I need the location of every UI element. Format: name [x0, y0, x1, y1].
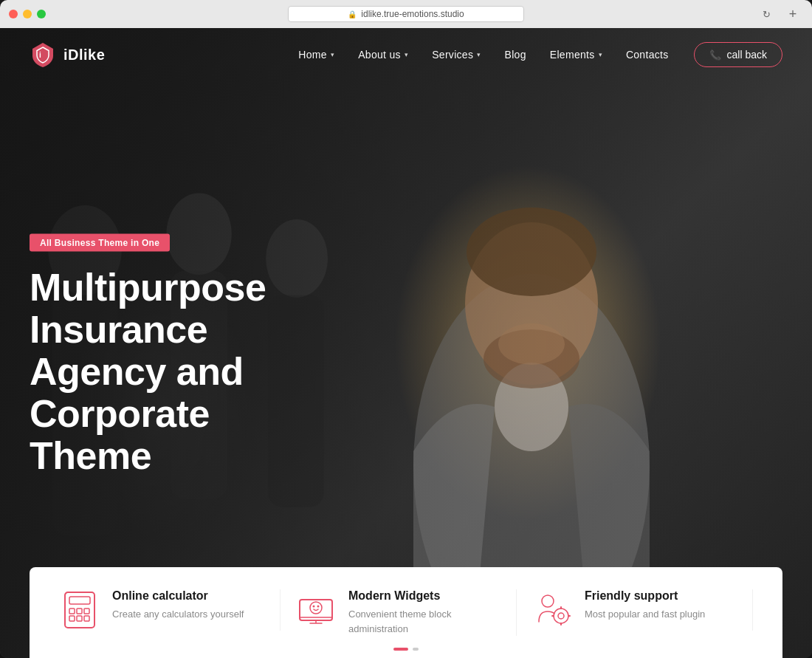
svg-rect-16 [69, 609, 75, 614]
logo-icon: i [30, 41, 56, 68]
nav-link-contacts[interactable]: Contacts [616, 43, 679, 66]
title-bar: 🔒 idlike.true-emotions.studio ↻ + [0, 0, 812, 28]
nav-item-contacts: Contacts [616, 43, 679, 66]
logo-text: iDlike [63, 47, 105, 64]
feature-card-support: Friendly support Most popular and fast p… [517, 589, 753, 631]
feature-text-support: Friendly support Most popular and fast p… [585, 589, 705, 622]
widgets-icon [295, 589, 337, 631]
svg-point-27 [542, 595, 554, 607]
feature-desc-calculator: Create any calculators yourself [112, 607, 244, 622]
carousel-dots [393, 648, 419, 651]
feature-card-calculator: Online calculator Create any calculators… [59, 589, 281, 631]
svg-rect-17 [77, 609, 82, 614]
close-button[interactable] [9, 10, 18, 18]
svg-point-24 [310, 602, 322, 614]
navbar: i iDlike Home ▾ About us ▾ [0, 28, 812, 81]
dot-active[interactable] [393, 648, 408, 651]
nav-item-elements: Elements ▾ [540, 43, 613, 66]
site-content: i iDlike Home ▾ About us ▾ [0, 28, 812, 658]
feature-title-widgets: Modern Widgets [348, 589, 501, 603]
new-tab-button[interactable]: + [785, 7, 800, 21]
call-back-button[interactable]: 📞 call back [694, 42, 782, 67]
logo-link[interactable]: i iDlike [30, 41, 105, 68]
chevron-down-icon: ▾ [599, 51, 602, 58]
svg-point-28 [554, 609, 568, 623]
hero-badge: All Business Theme in One [30, 233, 170, 251]
svg-rect-18 [84, 609, 89, 614]
nav-link-home[interactable]: Home ▾ [288, 43, 345, 66]
nav-link-services[interactable]: Services ▾ [422, 43, 491, 66]
phone-icon: 📞 [709, 49, 721, 61]
nav-item-home: Home ▾ [288, 43, 345, 66]
feature-text-widgets: Modern Widgets Convenient theme block ad… [348, 589, 501, 636]
nav-link-blog[interactable]: Blog [495, 43, 537, 66]
chevron-down-icon: ▾ [405, 51, 408, 58]
refresh-button[interactable]: ↻ [759, 7, 774, 21]
traffic-lights [9, 10, 46, 18]
chevron-down-icon: ▾ [331, 51, 334, 58]
nav-link-elements[interactable]: Elements ▾ [540, 43, 613, 66]
browser-window: 🔒 idlike.true-emotions.studio ↻ + [0, 0, 812, 658]
nav-item-blog: Blog [495, 43, 537, 66]
nav-menu: Home ▾ About us ▾ Services ▾ [288, 43, 678, 66]
feature-title-calculator: Online calculator [112, 589, 244, 603]
feature-text-calculator: Online calculator Create any calculators… [112, 589, 244, 622]
svg-point-26 [317, 606, 320, 608]
feature-title-support: Friendly support [585, 589, 705, 603]
svg-text:i: i [39, 51, 41, 59]
svg-point-29 [558, 613, 564, 619]
lock-icon: 🔒 [348, 10, 357, 18]
svg-rect-15 [69, 597, 90, 604]
feature-desc-support: Most popular and fast plugin [585, 607, 705, 622]
address-bar[interactable]: 🔒 idlike.true-emotions.studio [288, 6, 524, 22]
url-text: idlike.true-emotions.studio [361, 9, 464, 19]
hero-title: Multipurpose Insurance Agency and Corpor… [30, 266, 266, 477]
svg-rect-19 [69, 616, 75, 621]
nav-item-services: Services ▾ [422, 43, 491, 66]
nav-item-about: About us ▾ [348, 43, 419, 66]
minimize-button[interactable] [23, 10, 32, 18]
chevron-down-icon: ▾ [477, 51, 481, 58]
support-icon [531, 589, 573, 631]
svg-rect-20 [77, 616, 82, 621]
feature-cards: Online calculator Create any calculators… [30, 567, 782, 658]
feature-desc-widgets: Convenient theme block administration [348, 607, 501, 636]
dot-inactive[interactable] [413, 648, 419, 651]
feature-card-widgets: Modern Widgets Convenient theme block ad… [281, 589, 517, 636]
hero-content: All Business Theme in One Multipurpose I… [30, 233, 266, 477]
svg-rect-21 [84, 616, 89, 621]
maximize-button[interactable] [37, 10, 46, 18]
hero-section: i iDlike Home ▾ About us ▾ [0, 28, 812, 658]
svg-point-25 [313, 606, 315, 608]
calculator-icon [59, 589, 100, 631]
nav-link-about[interactable]: About us ▾ [348, 43, 419, 66]
